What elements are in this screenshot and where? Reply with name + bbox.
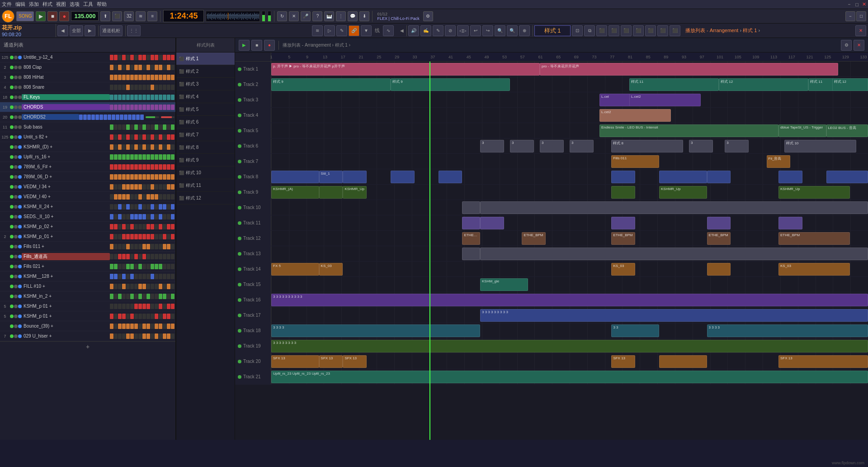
arrangement-block[interactable]: 样式 12	[832, 78, 868, 91]
step[interactable]	[122, 324, 126, 329]
step[interactable]	[171, 174, 175, 180]
arrangement-track[interactable]: Track 2样式 9样式 9样式 11样式 12样式 11样式 12	[235, 77, 868, 92]
step[interactable]	[159, 65, 162, 70]
tool-d[interactable]: ◁▷	[457, 25, 469, 36]
track-content[interactable]: SFX 13SFX 13SFX 13SFX 13SFX 13	[271, 354, 868, 369]
arrangement-block[interactable]: ETHE_BPM	[707, 232, 731, 245]
step[interactable]	[138, 95, 142, 100]
step[interactable]	[142, 314, 146, 319]
ch-edit-dot[interactable]	[18, 225, 22, 229]
step[interactable]	[126, 324, 130, 329]
ch-solo-dot[interactable]	[14, 205, 18, 209]
step[interactable]	[130, 264, 134, 269]
step[interactable]	[138, 124, 142, 130]
step[interactable]	[126, 204, 130, 210]
track-content[interactable]: FX 5KS_03KS_03KS_03	[271, 262, 868, 276]
arrangement-block[interactable]: SFX 13	[778, 355, 868, 368]
step[interactable]	[110, 85, 113, 90]
channel-row[interactable]: Fills 021 +	[0, 262, 175, 272]
step[interactable]	[167, 304, 170, 309]
arrangement-block[interactable]: 3 3 3 3	[271, 324, 480, 337]
step[interactable]	[118, 294, 122, 299]
arrangement-block[interactable]	[611, 186, 635, 199]
step[interactable]	[167, 254, 170, 259]
step[interactable]	[126, 264, 130, 269]
step[interactable]	[159, 234, 162, 239]
step[interactable]	[163, 105, 166, 110]
step[interactable]	[130, 65, 134, 70]
step[interactable]	[122, 214, 126, 219]
ch-solo-dot[interactable]	[14, 165, 18, 169]
step[interactable]	[155, 214, 158, 219]
menu-style[interactable]: 样式	[42, 1, 52, 8]
step[interactable]	[171, 65, 175, 70]
step[interactable]	[122, 314, 126, 319]
step[interactable]	[159, 105, 162, 110]
arrangement-track[interactable]: Track 173 3 3 3 3 3 3 3 3	[235, 308, 868, 323]
step[interactable]	[146, 154, 150, 160]
ch-solo-dot[interactable]	[14, 76, 18, 79]
arrangement-block[interactable]: SFX 13	[319, 355, 343, 368]
ch-mute-dot[interactable]	[10, 215, 14, 219]
fl-logo[interactable]: FL	[2, 10, 14, 23]
step[interactable]	[146, 334, 150, 339]
step[interactable]	[130, 95, 134, 100]
arrangement-track[interactable]: Track 193 3 3 3 3 3 3 3	[235, 338, 868, 354]
step[interactable]	[163, 184, 166, 190]
track-content[interactable]: p. 开干声 ▶ pro - 等不来花开开花声 p开干声pro - 等不来花开开…	[271, 62, 868, 76]
step[interactable]	[159, 264, 162, 269]
tool-step[interactable]: ⋮	[336, 11, 346, 21]
step[interactable]	[134, 75, 138, 80]
step[interactable]	[155, 324, 158, 329]
step[interactable]	[122, 75, 126, 80]
ch-solo-dot[interactable]	[14, 275, 18, 278]
step[interactable]	[114, 304, 118, 309]
track-content[interactable]: Upfil_rs_23 Upfil_rs_23 Upfil_rs_23	[271, 369, 868, 384]
ch-solo-dot[interactable]	[14, 305, 18, 308]
step[interactable]	[146, 65, 150, 70]
step[interactable]	[134, 154, 138, 160]
ch-edit-dot[interactable]	[18, 56, 22, 59]
stop-btn[interactable]: ■	[47, 11, 57, 21]
step[interactable]	[146, 95, 150, 100]
channel-row[interactable]: 5 KSHM_p 01 +	[0, 301, 175, 311]
step[interactable]	[155, 254, 158, 259]
arrangement-block[interactable]	[480, 217, 504, 229]
step[interactable]	[151, 284, 154, 289]
step[interactable]	[155, 55, 158, 60]
step[interactable]	[118, 85, 122, 90]
step[interactable]	[159, 75, 162, 80]
step[interactable]	[110, 124, 113, 130]
step[interactable]	[110, 194, 113, 200]
arr-settings-btn[interactable]: ⚙	[841, 40, 852, 51]
step[interactable]	[142, 105, 146, 110]
step[interactable]	[87, 114, 91, 120]
step[interactable]	[130, 284, 134, 289]
step[interactable]	[110, 214, 113, 219]
step[interactable]	[167, 224, 170, 229]
step[interactable]	[155, 314, 158, 319]
arrangement-track[interactable]: Track 163 3 3 3 3 3 3 3 3 3	[235, 292, 868, 308]
arrangement-track[interactable]: Track 183 3 3 33 33 3 3 3	[235, 323, 868, 338]
step[interactable]	[138, 105, 142, 110]
ch-edit-dot[interactable]	[18, 115, 22, 119]
step[interactable]	[159, 244, 162, 249]
step[interactable]	[126, 134, 130, 140]
step[interactable]	[114, 85, 118, 90]
arrangement-block[interactable]: 样式 11	[629, 78, 719, 91]
arrangement-block[interactable]	[778, 217, 802, 229]
step[interactable]	[151, 294, 154, 299]
arrangement-block[interactable]: FX 5	[271, 263, 319, 276]
step[interactable]	[163, 284, 166, 289]
minimize-btn[interactable]: －	[845, 11, 855, 21]
step[interactable]	[171, 154, 175, 160]
step[interactable]	[110, 234, 113, 239]
ch-solo-dot[interactable]	[14, 225, 18, 229]
step[interactable]	[151, 85, 154, 90]
step[interactable]	[126, 144, 130, 150]
ch-edit-dot[interactable]	[18, 66, 22, 69]
step[interactable]	[118, 75, 122, 80]
step[interactable]	[118, 105, 122, 110]
step[interactable]	[163, 304, 166, 309]
arr-extra-5[interactable]: ⬛	[621, 25, 632, 36]
